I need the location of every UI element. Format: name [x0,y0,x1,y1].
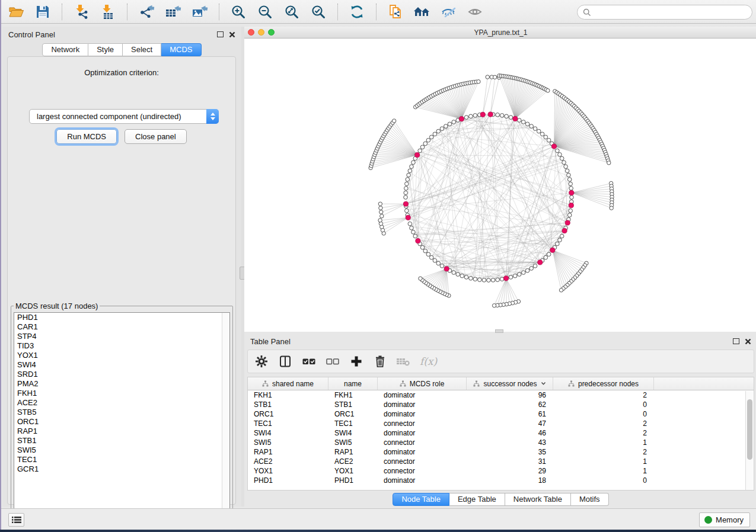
search-field[interactable] [577,5,752,20]
list-item[interactable]: PMA2 [14,379,229,389]
table-cell[interactable]: ACE2 [328,457,378,466]
tab-mcds[interactable]: MCDS [161,43,201,56]
tab-network[interactable]: Network [42,43,88,56]
table-cell[interactable]: 0 [553,476,654,485]
float-table-panel-icon[interactable] [733,338,739,344]
column-header-successor-nodes[interactable]: successor nodes [467,377,553,390]
tab-edge-table[interactable]: Edge Table [449,493,505,506]
table-row[interactable]: PHD1PHD1dominator180 [248,476,754,485]
list-item[interactable]: TEC1 [14,455,229,464]
show-all-button[interactable] [467,3,484,21]
table-cell[interactable]: SWI5 [328,438,378,447]
hide-selected-button[interactable] [440,3,458,21]
run-mcds-button[interactable]: Run MCDS [56,129,117,144]
task-history-button[interactable] [8,513,24,527]
float-panel-icon[interactable] [217,31,224,37]
table-cell[interactable]: SWI5 [248,438,328,447]
network-canvas[interactable] [244,39,756,332]
table-cell[interactable]: 29 [467,466,553,476]
list-item[interactable]: STB1 [14,436,229,446]
tab-network-table[interactable]: Network Table [505,493,571,506]
neighbors-button[interactable] [413,3,431,21]
table-cell[interactable]: dominator [378,447,467,457]
table-row[interactable]: ACE2ACE2connector311 [248,457,754,466]
column-header-name[interactable]: name [328,377,378,390]
list-item[interactable]: TID3 [14,341,229,351]
close-panel-button[interactable]: Close panel [125,129,187,144]
close-panel-icon[interactable] [229,31,235,38]
table-cell[interactable]: dominator [378,476,467,485]
table-cell[interactable]: 62 [467,400,553,409]
delete-column-button[interactable] [372,354,388,369]
table-cell[interactable]: PHD1 [328,476,378,485]
export-image-button[interactable] [191,3,209,21]
table-cell[interactable]: 61 [467,409,553,419]
list-item[interactable]: ORC1 [14,417,229,427]
mcds-result-list[interactable]: PHD1CAR1STP4TID3YOX1SWI4SRD1PMA2FKH1ACE2… [14,312,230,521]
save-session-button[interactable] [34,3,52,21]
table-cell[interactable]: TEC1 [328,419,378,428]
table-cell[interactable]: 1 [553,438,654,447]
column-header-shared-name[interactable]: shared name [248,377,328,390]
table-row[interactable]: SWI4SWI4dominator462 [248,428,754,438]
list-item[interactable]: SWI4 [14,360,229,370]
table-cell[interactable]: 31 [467,457,553,466]
table-cell[interactable]: SWI4 [328,428,378,438]
table-row[interactable]: RAP1RAP1dominator352 [248,447,754,457]
table-cell[interactable]: FKH1 [248,390,328,400]
table-cell[interactable]: STB1 [248,400,328,409]
table-row[interactable]: FKH1FKH1dominator962 [248,390,754,400]
mcds-list-scrollbar[interactable] [222,313,229,520]
open-file-button[interactable] [7,3,25,21]
list-item[interactable]: SWI5 [14,446,229,455]
table-cell[interactable]: 96 [467,390,553,400]
refresh-button[interactable] [348,3,366,21]
table-cell[interactable]: connector [378,457,467,466]
table-cell[interactable]: ACE2 [248,457,328,466]
table-cell[interactable]: dominator [378,400,467,409]
zoom-in-button[interactable] [229,3,247,21]
zoom-selected-button[interactable] [310,3,327,21]
column-header-mcds-role[interactable]: MCDS role [378,377,467,390]
search-input[interactable] [594,7,752,18]
close-table-panel-icon[interactable] [745,338,751,345]
list-item[interactable]: PHD1 [14,313,229,322]
table-cell[interactable]: 46 [467,428,553,438]
table-cell[interactable]: 1 [553,457,654,466]
deselect-all-button[interactable] [325,354,340,369]
import-network-button[interactable] [72,3,90,21]
table-cell[interactable]: RAP1 [248,447,328,457]
table-cell[interactable]: 0 [553,400,654,409]
table-cell[interactable]: RAP1 [328,447,378,457]
list-item[interactable]: YOX1 [14,351,229,360]
list-item[interactable]: RAP1 [14,427,229,436]
export-table-button[interactable] [164,3,182,21]
list-item[interactable]: STP4 [14,332,229,341]
table-cell[interactable]: SWI4 [248,428,328,438]
table-scrollbar[interactable] [745,391,753,490]
table-cell[interactable]: 47 [467,419,553,428]
tab-select[interactable]: Select [123,43,161,56]
table-cell[interactable]: connector [378,466,467,476]
tab-motifs[interactable]: Motifs [571,493,609,506]
show-columns-button[interactable] [277,354,293,369]
table-cell[interactable]: 43 [467,438,553,447]
import-table-button[interactable] [99,3,117,21]
table-row[interactable]: SWI5SWI5connector431 [248,438,754,447]
list-item[interactable]: FKH1 [14,389,229,398]
table-cell[interactable]: 1 [553,466,654,476]
clear-table-button[interactable] [396,354,412,369]
list-item[interactable]: SRD1 [14,370,229,379]
list-item[interactable]: CAR1 [14,322,229,332]
export-network-button[interactable] [138,3,155,21]
table-cell[interactable]: STB1 [328,400,378,409]
table-settings-button[interactable] [254,354,269,369]
table-cell[interactable]: 2 [553,390,654,400]
tab-node-table[interactable]: Node Table [393,493,449,506]
network-titlebar[interactable]: YPA_prune.txt_1 [244,27,756,39]
table-cell[interactable]: PHD1 [248,476,328,485]
zoom-out-button[interactable] [256,3,274,21]
list-item[interactable]: GCR1 [14,464,229,474]
column-header-predecessor-nodes[interactable]: predecessor nodes [553,377,654,390]
table-cell[interactable]: 2 [553,428,654,438]
